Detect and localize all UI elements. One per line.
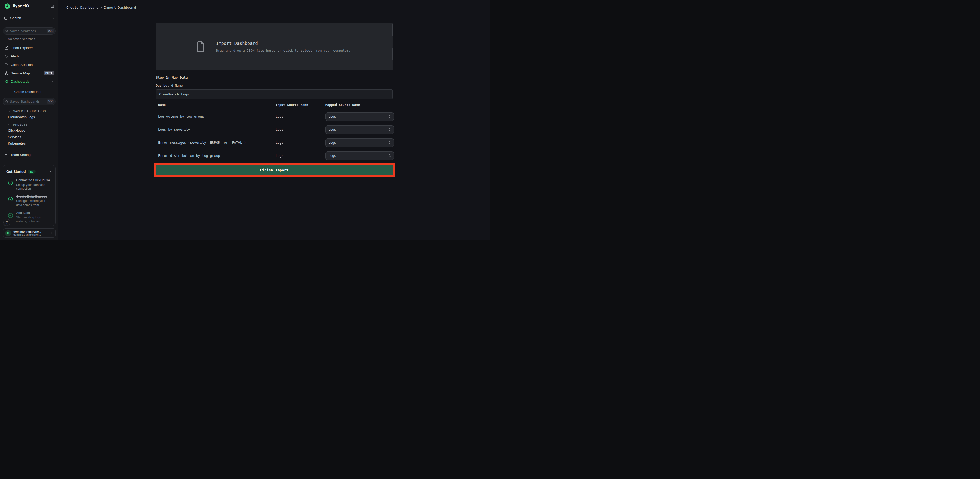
search-icon (5, 29, 8, 33)
sidebar-item-services[interactable]: Services (0, 134, 58, 140)
beta-badge: BETA (44, 71, 54, 75)
saved-searches-input[interactable]: Saved Searches ⌘K (3, 27, 56, 35)
checklist-item-create-data-sources[interactable]: Create Data Sources Configure where your… (6, 194, 52, 207)
chevron-up-icon[interactable] (51, 17, 54, 20)
section-header-label: SAVED DASHBOARDS (13, 110, 46, 113)
user-menu[interactable]: D dominic.tran@clic... dominic.tran@clic… (3, 228, 56, 238)
no-saved-searches-note: No saved searches (8, 37, 58, 41)
checklist-title: Create Data Sources (16, 194, 52, 199)
check-circle-icon (8, 213, 13, 218)
section-header-label: PRESETS (13, 123, 27, 126)
row-name: Error messages (severity 'ERROR' or 'FAT… (156, 141, 273, 145)
app-title[interactable]: HyperDX (13, 4, 29, 8)
chevron-right-icon (49, 231, 53, 235)
content: Import Dashboard Drag and drop a JSON fi… (59, 15, 490, 240)
nav-label: Dashboards (11, 80, 29, 83)
sidebar-item-dashboards[interactable]: Dashboards (0, 77, 58, 86)
mapped-source-select[interactable]: Logs (325, 112, 394, 121)
mapped-source-select[interactable]: Logs (325, 151, 394, 160)
chevron-up-icon[interactable] (51, 80, 54, 83)
dashboard-name-input[interactable] (156, 89, 393, 99)
shortcut-badge: ⌘K (47, 29, 54, 33)
select-value: Logs (329, 141, 336, 145)
get-started-panel: Get Started 3/3 Connect to ClickHouse Se… (3, 165, 56, 226)
plus-icon: + (10, 90, 12, 94)
presets-section-toggle[interactable]: PRESETS (0, 122, 58, 127)
main-area: Create Dashboard>Import Dashboard Import… (59, 0, 490, 240)
chevron-updown-icon (388, 115, 391, 118)
sidebar-item-search[interactable]: Search (0, 12, 58, 24)
laptop-icon (4, 63, 8, 67)
import-dropzone[interactable]: Import Dashboard Drag and drop a JSON fi… (156, 23, 393, 70)
row-input-source: Logs (273, 115, 323, 118)
checklist-desc: Set up your database connection (16, 183, 52, 191)
finish-import-button[interactable]: Finish Import (156, 165, 393, 175)
checklist-title: Connect to ClickHouse (16, 178, 52, 183)
chevron-down-icon (8, 123, 11, 126)
sidebar-collapse-icon[interactable] (50, 4, 54, 8)
row-name: Error distribution by log group (156, 154, 273, 158)
window-grid-icon (4, 16, 8, 20)
mapped-source-select[interactable]: Logs (325, 126, 394, 134)
checklist-desc: Start sending logs, metrics, or traces (16, 215, 52, 223)
avatar: D (5, 230, 11, 236)
help-button[interactable]: ? (3, 219, 11, 226)
table-header: Name Input Source Name Mapped Source Nam… (156, 103, 393, 110)
user-email: dominic.tran@clickh... (13, 233, 41, 236)
nav-label: Chart Explorer (11, 46, 33, 50)
dropzone-subtitle: Drag and drop a JSON file here, or click… (216, 49, 351, 53)
app-window: HyperDX Search Saved Searches ⌘K (0, 0, 490, 240)
check-circle-icon (8, 180, 13, 185)
sidebar: HyperDX Search Saved Searches ⌘K (0, 0, 59, 240)
checklist-item-add-data[interactable]: Add Data Start sending logs, metrics, or… (6, 211, 52, 224)
gear-icon (4, 153, 8, 157)
select-value: Logs (329, 154, 336, 158)
topbar: Create Dashboard>Import Dashboard (59, 0, 490, 15)
sidebar-item-clickhouse[interactable]: ClickHouse (0, 127, 58, 134)
dashboards-grid-icon (4, 80, 8, 83)
get-started-header[interactable]: Get Started 3/3 (6, 169, 52, 175)
create-dashboard-button[interactable]: + Create Dashboard (0, 87, 58, 96)
dropzone-texts: Import Dashboard Drag and drop a JSON fi… (216, 41, 351, 53)
sidebar-item-cloudwatch-logs[interactable]: CloudWatch Logs (0, 114, 58, 120)
shortcut-badge: ⌘K (47, 99, 54, 103)
mapped-source-select[interactable]: Logs (325, 138, 394, 147)
sidebar-item-chart-explorer[interactable]: Chart Explorer (0, 44, 58, 52)
get-started-title: Get Started (6, 170, 25, 173)
saved-dashboards-section-toggle[interactable]: SAVED DASHBOARDS (0, 108, 58, 114)
select-value: Logs (329, 128, 336, 132)
select-value: Logs (329, 115, 336, 118)
mapping-table: Name Input Source Name Mapped Source Nam… (156, 103, 393, 162)
checklist-desc: Configure where your data comes from (16, 199, 52, 207)
checklist-item-connect-clickhouse[interactable]: Connect to ClickHouse Set up your databa… (6, 178, 52, 191)
table-row: Log volume by log group Logs Logs (156, 110, 393, 123)
user-name: dominic.tran@clic... (13, 230, 41, 233)
row-input-source: Logs (273, 154, 323, 158)
breadcrumb: Create Dashboard>Import Dashboard (67, 6, 136, 10)
sidebar-spacer (0, 159, 58, 165)
create-dashboard-label: Create Dashboard (14, 90, 41, 94)
sidebar-item-service-map[interactable]: Service Map BETA (0, 69, 58, 77)
saved-dashboards-placeholder: Saved Dashboards (10, 100, 40, 103)
finish-import-highlight: Finish Import (154, 162, 395, 177)
checklist-title: Add Data (16, 211, 52, 215)
chevron-updown-icon (388, 128, 391, 132)
breadcrumb-create-dashboard[interactable]: Create Dashboard (67, 6, 98, 10)
team-settings-label: Team Settings (11, 153, 32, 157)
chevron-up-icon[interactable] (49, 170, 52, 173)
breadcrumb-separator: > (98, 6, 104, 10)
sidebar-item-kubernetes[interactable]: Kubernetes (0, 140, 58, 146)
saved-dashboards-input[interactable]: Saved Dashboards ⌘K (3, 98, 56, 105)
search-icon (5, 100, 8, 103)
nav-label: Client Sessions (11, 63, 35, 67)
file-icon (196, 41, 205, 53)
row-name: Logs by severity (156, 128, 273, 132)
sidebar-item-client-sessions[interactable]: Client Sessions (0, 60, 58, 69)
search-section-label: Search (10, 16, 21, 20)
nav-label: Alerts (11, 54, 20, 58)
user-texts: dominic.tran@clic... dominic.tran@clickh… (13, 230, 41, 236)
sidebar-item-team-settings[interactable]: Team Settings (0, 151, 58, 159)
sidebar-item-alerts[interactable]: Alerts (0, 52, 58, 60)
progress-badge: 3/3 (27, 170, 35, 173)
column-header-name: Name (156, 103, 273, 107)
